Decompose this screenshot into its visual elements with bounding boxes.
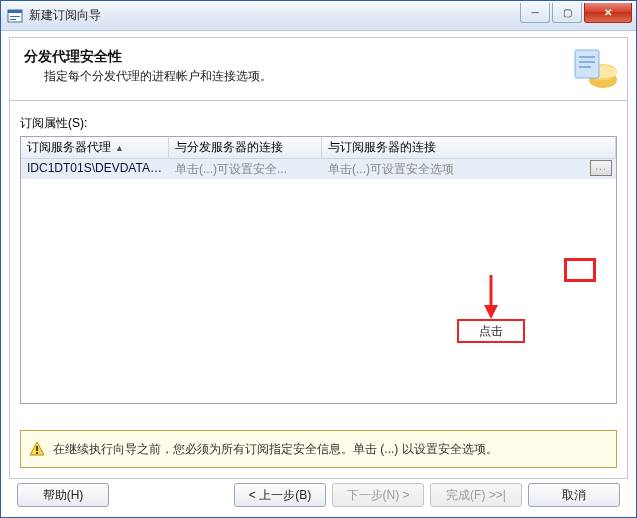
col-dist-conn[interactable]: 与分发服务器的连接 xyxy=(169,137,322,158)
back-button[interactable]: < 上一步(B) xyxy=(234,483,326,507)
svg-rect-8 xyxy=(579,56,595,58)
help-button[interactable]: 帮助(H) xyxy=(17,483,109,507)
wizard-window: 新建订阅向导 ─ ▢ ✕ 分发代理安全性 指定每个分发代理的进程帐户和连接选项。 xyxy=(0,0,637,518)
header-icon xyxy=(571,44,619,96)
cell-sub-conn: 单击(...)可设置安全选项 ... xyxy=(322,159,616,179)
svg-rect-14 xyxy=(36,446,38,451)
next-button[interactable]: 下一步(N) > xyxy=(332,483,424,507)
wizard-header: 分发代理安全性 指定每个分发代理的进程帐户和连接选项。 xyxy=(9,37,628,101)
svg-rect-15 xyxy=(36,452,38,454)
col-agent-label: 订阅服务器代理 xyxy=(27,139,111,156)
window-buttons: ─ ▢ ✕ xyxy=(518,3,632,23)
col-sub-label: 与订阅服务器的连接 xyxy=(328,139,436,156)
minimize-button[interactable]: ─ xyxy=(520,3,550,23)
page-subtitle: 指定每个分发代理的进程帐户和连接选项。 xyxy=(44,68,613,85)
window-title: 新建订阅向导 xyxy=(29,7,518,24)
svg-rect-1 xyxy=(8,10,22,13)
cell-dist-conn: 单击(...)可设置安全... xyxy=(169,159,322,179)
svg-rect-2 xyxy=(10,16,20,17)
cell-agent: IDC1DT01S\DEVDATAB... xyxy=(21,159,169,179)
col-sub-conn[interactable]: 与订阅服务器的连接 xyxy=(322,137,616,158)
cell-sub-conn-text: 单击(...)可设置安全选项 xyxy=(328,162,454,176)
subscription-grid[interactable]: 订阅服务器代理 ▲ 与分发服务器的连接 与订阅服务器的连接 IDC1DT01S\… xyxy=(20,136,617,404)
col-dist-label: 与分发服务器的连接 xyxy=(175,139,283,156)
content: 分发代理安全性 指定每个分发代理的进程帐户和连接选项。 订阅属性(S): xyxy=(1,31,636,515)
sort-asc-icon: ▲ xyxy=(115,143,124,153)
warning-text: 在继续执行向导之前，您必须为所有订阅指定安全信息。单击 (...) 以设置安全选… xyxy=(53,441,498,458)
warning-icon xyxy=(29,441,45,457)
wizard-body: 订阅属性(S): 订阅服务器代理 ▲ 与分发服务器的连接 与订阅服务器的连接 I… xyxy=(9,101,628,479)
close-button[interactable]: ✕ xyxy=(584,3,632,23)
svg-rect-3 xyxy=(10,19,16,20)
svg-rect-9 xyxy=(579,61,595,63)
svg-rect-10 xyxy=(579,66,591,68)
finish-button[interactable]: 完成(F) >>| xyxy=(430,483,522,507)
maximize-button[interactable]: ▢ xyxy=(552,3,582,23)
warning-bar: 在继续执行向导之前，您必须为所有订阅指定安全信息。单击 (...) 以设置安全选… xyxy=(20,430,617,468)
title-bar[interactable]: 新建订阅向导 ─ ▢ ✕ xyxy=(1,1,636,31)
grid-header: 订阅服务器代理 ▲ 与分发服务器的连接 与订阅服务器的连接 xyxy=(21,137,616,159)
col-agent[interactable]: 订阅服务器代理 ▲ xyxy=(21,137,169,158)
page-title: 分发代理安全性 xyxy=(24,48,613,66)
button-row: 帮助(H) < 上一步(B) 下一步(N) > 完成(F) >>| 取消 xyxy=(9,479,628,507)
properties-label: 订阅属性(S): xyxy=(20,115,617,132)
cancel-button[interactable]: 取消 xyxy=(528,483,620,507)
app-icon xyxy=(7,8,23,24)
svg-rect-7 xyxy=(575,50,599,78)
table-row[interactable]: IDC1DT01S\DEVDATAB... 单击(...)可设置安全... 单击… xyxy=(21,159,616,179)
ellipsis-button[interactable]: ... xyxy=(590,160,612,176)
